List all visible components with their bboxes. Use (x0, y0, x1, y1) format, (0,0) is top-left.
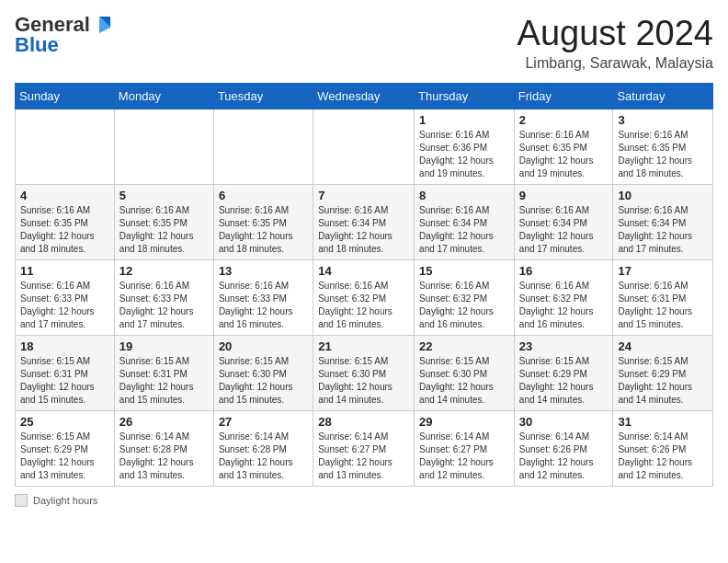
day-info: Sunrise: 6:14 AM Sunset: 6:27 PM Dayligh… (419, 431, 509, 482)
day-info: Sunrise: 6:14 AM Sunset: 6:26 PM Dayligh… (618, 431, 708, 482)
table-row (16, 109, 115, 184)
day-number: 20 (219, 339, 308, 353)
location-subtitle: Limbang, Sarawak, Malaysia (518, 55, 713, 72)
table-row: 10Sunrise: 6:16 AM Sunset: 6:34 PM Dayli… (613, 184, 713, 259)
day-info: Sunrise: 6:16 AM Sunset: 6:33 PM Dayligh… (20, 280, 109, 331)
table-row: 25Sunrise: 6:15 AM Sunset: 6:29 PM Dayli… (16, 410, 115, 486)
day-number: 19 (119, 339, 209, 353)
day-info: Sunrise: 6:16 AM Sunset: 6:31 PM Dayligh… (618, 280, 708, 331)
table-row: 1Sunrise: 6:16 AM Sunset: 6:36 PM Daylig… (415, 109, 515, 184)
day-header-sunday: Sunday (16, 83, 115, 109)
table-row: 20Sunrise: 6:15 AM Sunset: 6:30 PM Dayli… (213, 335, 313, 410)
day-info: Sunrise: 6:16 AM Sunset: 6:34 PM Dayligh… (618, 204, 708, 256)
day-info: Sunrise: 6:14 AM Sunset: 6:27 PM Dayligh… (318, 431, 409, 482)
logo: General Blue (15, 15, 112, 55)
day-number: 14 (318, 264, 409, 278)
table-row: 4Sunrise: 6:16 AM Sunset: 6:35 PM Daylig… (16, 184, 115, 259)
day-info: Sunrise: 6:15 AM Sunset: 6:30 PM Dayligh… (318, 355, 409, 407)
day-number: 2 (519, 113, 609, 127)
table-row: 22Sunrise: 6:15 AM Sunset: 6:30 PM Dayli… (415, 335, 515, 410)
day-header-monday: Monday (114, 83, 213, 109)
calendar-table: SundayMondayTuesdayWednesdayThursdayFrid… (15, 83, 713, 487)
day-number: 3 (618, 113, 708, 127)
day-header-friday: Friday (514, 83, 613, 109)
day-header-thursday: Thursday (415, 83, 515, 109)
table-row: 11Sunrise: 6:16 AM Sunset: 6:33 PM Dayli… (16, 259, 115, 335)
day-info: Sunrise: 6:16 AM Sunset: 6:35 PM Dayligh… (20, 204, 109, 256)
day-info: Sunrise: 6:14 AM Sunset: 6:28 PM Dayligh… (119, 431, 209, 482)
title-area: August 2024 Limbang, Sarawak, Malaysia (518, 15, 713, 72)
day-info: Sunrise: 6:15 AM Sunset: 6:29 PM Dayligh… (519, 355, 609, 407)
day-number: 1 (419, 113, 509, 127)
day-info: Sunrise: 6:15 AM Sunset: 6:31 PM Dayligh… (119, 355, 209, 407)
day-number: 12 (119, 264, 209, 278)
day-number: 25 (20, 415, 109, 429)
day-info: Sunrise: 6:14 AM Sunset: 6:28 PM Dayligh… (219, 431, 308, 482)
table-row: 7Sunrise: 6:16 AM Sunset: 6:34 PM Daylig… (313, 184, 415, 259)
day-info: Sunrise: 6:16 AM Sunset: 6:32 PM Dayligh… (419, 280, 509, 331)
table-row: 26Sunrise: 6:14 AM Sunset: 6:28 PM Dayli… (114, 410, 213, 486)
day-info: Sunrise: 6:16 AM Sunset: 6:34 PM Dayligh… (318, 204, 409, 256)
daylight-label: Daylight hours (33, 495, 97, 506)
table-row: 14Sunrise: 6:16 AM Sunset: 6:32 PM Dayli… (313, 259, 415, 335)
table-row: 28Sunrise: 6:14 AM Sunset: 6:27 PM Dayli… (313, 410, 415, 486)
logo-general-text: General (15, 15, 90, 35)
day-number: 31 (618, 415, 708, 429)
day-info: Sunrise: 6:16 AM Sunset: 6:35 PM Dayligh… (119, 204, 209, 256)
table-row (114, 109, 213, 184)
day-info: Sunrise: 6:15 AM Sunset: 6:29 PM Dayligh… (20, 431, 109, 482)
table-row: 6Sunrise: 6:16 AM Sunset: 6:35 PM Daylig… (213, 184, 313, 259)
table-row (313, 109, 415, 184)
table-row: 19Sunrise: 6:15 AM Sunset: 6:31 PM Dayli… (114, 335, 213, 410)
day-number: 22 (419, 339, 509, 353)
table-row: 5Sunrise: 6:16 AM Sunset: 6:35 PM Daylig… (114, 184, 213, 259)
day-number: 16 (519, 264, 609, 278)
day-info: Sunrise: 6:16 AM Sunset: 6:33 PM Dayligh… (119, 280, 209, 331)
day-info: Sunrise: 6:15 AM Sunset: 6:31 PM Dayligh… (20, 355, 109, 407)
day-number: 11 (20, 264, 109, 278)
day-info: Sunrise: 6:16 AM Sunset: 6:32 PM Dayligh… (519, 280, 609, 331)
day-number: 13 (219, 264, 308, 278)
day-info: Sunrise: 6:16 AM Sunset: 6:35 PM Dayligh… (618, 129, 708, 180)
day-info: Sunrise: 6:16 AM Sunset: 6:36 PM Dayligh… (419, 129, 509, 180)
table-row: 8Sunrise: 6:16 AM Sunset: 6:34 PM Daylig… (415, 184, 515, 259)
day-header-wednesday: Wednesday (313, 83, 415, 109)
day-info: Sunrise: 6:16 AM Sunset: 6:34 PM Dayligh… (519, 204, 609, 256)
day-number: 5 (119, 189, 209, 202)
logo-blue-text: Blue (15, 35, 59, 55)
footer: Daylight hours (15, 494, 713, 507)
month-year-title: August 2024 (518, 15, 713, 53)
day-number: 6 (219, 189, 308, 202)
day-info: Sunrise: 6:16 AM Sunset: 6:34 PM Dayligh… (419, 204, 509, 256)
table-row: 17Sunrise: 6:16 AM Sunset: 6:31 PM Dayli… (613, 259, 713, 335)
daylight-box (15, 494, 28, 507)
day-info: Sunrise: 6:16 AM Sunset: 6:32 PM Dayligh… (318, 280, 409, 331)
day-number: 7 (318, 189, 409, 202)
table-row: 23Sunrise: 6:15 AM Sunset: 6:29 PM Dayli… (514, 335, 613, 410)
day-number: 15 (419, 264, 509, 278)
day-header-tuesday: Tuesday (213, 83, 313, 109)
table-row: 18Sunrise: 6:15 AM Sunset: 6:31 PM Dayli… (16, 335, 115, 410)
table-row: 9Sunrise: 6:16 AM Sunset: 6:34 PM Daylig… (514, 184, 613, 259)
table-row: 24Sunrise: 6:15 AM Sunset: 6:29 PM Dayli… (613, 335, 713, 410)
day-info: Sunrise: 6:15 AM Sunset: 6:30 PM Dayligh… (419, 355, 509, 407)
day-number: 9 (519, 189, 609, 202)
day-number: 24 (618, 339, 708, 353)
table-row: 27Sunrise: 6:14 AM Sunset: 6:28 PM Dayli… (213, 410, 313, 486)
table-row: 3Sunrise: 6:16 AM Sunset: 6:35 PM Daylig… (613, 109, 713, 184)
day-info: Sunrise: 6:16 AM Sunset: 6:35 PM Dayligh… (219, 204, 308, 256)
table-row: 16Sunrise: 6:16 AM Sunset: 6:32 PM Dayli… (514, 259, 613, 335)
day-number: 17 (618, 264, 708, 278)
table-row: 2Sunrise: 6:16 AM Sunset: 6:35 PM Daylig… (514, 109, 613, 184)
table-row: 12Sunrise: 6:16 AM Sunset: 6:33 PM Dayli… (114, 259, 213, 335)
table-row: 13Sunrise: 6:16 AM Sunset: 6:33 PM Dayli… (213, 259, 313, 335)
day-number: 30 (519, 415, 609, 429)
day-number: 18 (20, 339, 109, 353)
day-number: 8 (419, 189, 509, 202)
day-info: Sunrise: 6:15 AM Sunset: 6:29 PM Dayligh… (618, 355, 708, 407)
day-info: Sunrise: 6:16 AM Sunset: 6:33 PM Dayligh… (219, 280, 308, 331)
day-number: 4 (20, 189, 109, 202)
logo-icon (92, 15, 112, 35)
table-row: 29Sunrise: 6:14 AM Sunset: 6:27 PM Dayli… (415, 410, 515, 486)
table-row (213, 109, 313, 184)
